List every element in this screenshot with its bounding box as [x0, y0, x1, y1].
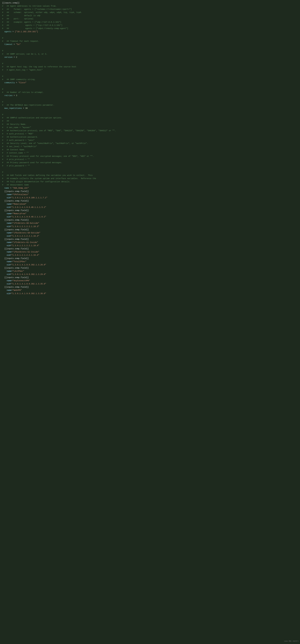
- code-line: [2, 59, 298, 62]
- code-line: #: [2, 75, 298, 78]
- code-line: [[inputs.snmp]]: [2, 2, 298, 4]
- code-line: [2, 46, 298, 49]
- code-line: [[inputs.snmp.field]]: [2, 200, 298, 202]
- code-line: oid="1.3.6.1.2.1.2.2.1.16.4": [2, 254, 298, 257]
- code-line: # ## Authentication password.: [2, 136, 298, 139]
- code-line: name="ifInOctets-G0-Outside": [2, 222, 298, 225]
- code-line: #: [2, 113, 298, 116]
- code-line: # ## agents = ["tcp://127.0.0.1:161"]: [2, 24, 298, 27]
- code-line: # ## measurement name: [2, 183, 298, 186]
- code-line: name="TotalIPSec": [2, 260, 298, 263]
- code-line: oid="1.3.6.1.4.1.9.9.392.1.3.29.0": [2, 273, 298, 276]
- code-line: [[inputs.snmp.field]]: [2, 266, 298, 270]
- code-line: # # context_name = "": [2, 152, 298, 154]
- code-line: # ##: [2, 120, 298, 123]
- code-line: oid="1.3.6.1.4.1.9.9.48.1.1.1.6.1": [2, 215, 298, 218]
- code-line: # ## Privacy password used for encrypted…: [2, 161, 298, 164]
- code-line: [[inputs.snmp.field]]: [2, 286, 298, 289]
- code-line: name="AnyConnectVPN": [2, 279, 298, 282]
- code-line: [[inputs.snmp.field]]: [2, 238, 298, 241]
- code-line: # # agent_host_tag = "agent_host": [2, 68, 298, 72]
- code-line: oid="1.3.6.1.4.1.9.9.392.1.3.38.0": [2, 292, 298, 295]
- code-line: # ## Timeout for each request.: [2, 40, 298, 43]
- code-line: # ## Privacy protocol used for encrypted…: [2, 155, 298, 158]
- code-line: # ## Agent addresses to retrieve values …: [2, 4, 298, 8]
- code-line: # ## Add fields and tables defining the …: [2, 174, 298, 177]
- code-line: oid="1.3.6.1.4.1.9.9.392.1.3.35.0": [2, 282, 298, 286]
- code-line: # ## default is udp: [2, 14, 298, 17]
- code-line: [[inputs.snmp.field]]: [2, 228, 298, 231]
- code-line: name="WebVPN": [2, 289, 298, 292]
- code-line: # ## Agent host tag; the tag used to ref…: [2, 65, 298, 68]
- code-line: [[inputs.snmp.field]]: [2, 218, 298, 222]
- code-line: # ## The GETBULK max-repetitions paramet…: [2, 104, 298, 107]
- code-line: retries = 3: [2, 94, 298, 97]
- code-line: [[inputs.snmp.field]]: [2, 276, 298, 279]
- code-line: [[inputs.snmp.field]]: [2, 247, 298, 250]
- code-line: # ## scheme: optional, either udp, udp4,…: [2, 11, 298, 14]
- code-line: oid="1.3.6.1.4.1.9.9.392.1.3.26.0": [2, 263, 298, 266]
- code-line: [[inputs.snmp.field]]: [2, 209, 298, 212]
- code-line: #: [2, 100, 298, 104]
- code-line: community = "Cisco": [2, 81, 298, 84]
- code-line: name="ifOutOctets-G1-Inside": [2, 250, 298, 254]
- code-line: # ## example: agents = ["udp://127.0.0.1…: [2, 20, 298, 24]
- code-line: agents = ["10.1.102.254:161"]: [2, 30, 298, 33]
- code-line: # ## Security Name.: [2, 123, 298, 126]
- code-line: [[inputs.snmp.field]]: [2, 257, 298, 260]
- code-line: name="L2LIPSec": [2, 270, 298, 273]
- code-line: oid="1.3.6.1.2.1.2.2.1.10.3": [2, 225, 298, 228]
- code-line: #: [2, 62, 298, 65]
- code-line: name = "ASA_Snmp_v2c": [2, 186, 298, 190]
- code-line: # ## Context Name.: [2, 148, 298, 152]
- code-line: oid="1.3.6.1.4.1.9.9.109.1.1.1.7.1": [2, 196, 298, 200]
- code-line: oid="1.3.6.1.2.1.2.2.1.16.3": [2, 234, 298, 238]
- code-line: name="MemoryUsed": [2, 202, 298, 206]
- code-line: # # priv_password = "": [2, 164, 298, 168]
- code-block: [[inputs.snmp]]# ## Agent addresses to r…: [2, 2, 298, 295]
- code-line: name="MemoryFree": [2, 212, 298, 215]
- code-line: name="CPUTotal1min": [2, 193, 298, 196]
- code-line: # # auth_protocol = "MD5": [2, 132, 298, 136]
- code-line: # ## Authentication protocol; one of "MD…: [2, 129, 298, 132]
- code-line: # ## SNMPv3 authentication and encryptio…: [2, 116, 298, 120]
- code-line: # # sec_name = "myuser": [2, 126, 298, 129]
- code-line: # ## example collects the system uptime …: [2, 177, 298, 180]
- code-line: [2, 110, 298, 113]
- code-line: [2, 33, 298, 36]
- code-line: version = 2: [2, 56, 298, 59]
- code-line: #: [2, 36, 298, 40]
- code-line: oid="1.3.6.1.2.1.2.2.1.10.4": [2, 244, 298, 247]
- code-line: # # priv_protocol = "": [2, 158, 298, 161]
- code-line: name="ifInOctets-G1-Inside": [2, 241, 298, 244]
- code-line: #: [2, 88, 298, 91]
- code-line: [2, 84, 298, 88]
- code-line: max_repetitions = 30: [2, 107, 298, 110]
- code-line: name="ifOutOctets-G0-Outside": [2, 231, 298, 234]
- code-line: [[inputs.snmp.field]]: [2, 190, 298, 193]
- watermark: CSDN 博客 米来学习: [284, 640, 299, 642]
- code-line: timeout = "5s": [2, 43, 298, 46]
- code-line: # ## full plugin documentation for confi…: [2, 180, 298, 183]
- code-line: # # auth_password = "pass": [2, 139, 298, 142]
- code-line: # ## SNMP version; can be 1, 2, or 3.: [2, 52, 298, 56]
- code-line: # # sec_level = "authNoPriv": [2, 145, 298, 148]
- code-line: [2, 97, 298, 100]
- code-line: [2, 72, 298, 75]
- code-line: #: [2, 171, 298, 174]
- code-line: # ## port: optional: [2, 17, 298, 20]
- code-line: oid="1.3.6.1.4.1.9.9.48.1.1.1.5.1": [2, 206, 298, 209]
- code-line: # ## SNMP community string.: [2, 78, 298, 81]
- code-line: # ## Number of retries to attempt.: [2, 91, 298, 94]
- code-line: # ## format: agents = ["<scheme://><host…: [2, 8, 298, 11]
- code-line: # ## agents = ["udp4://v4only-snmp-agent…: [2, 27, 298, 30]
- code-line: #: [2, 49, 298, 52]
- code-line: [2, 168, 298, 171]
- code-line: # ## Security Level; one of "noAuthNoPri…: [2, 142, 298, 145]
